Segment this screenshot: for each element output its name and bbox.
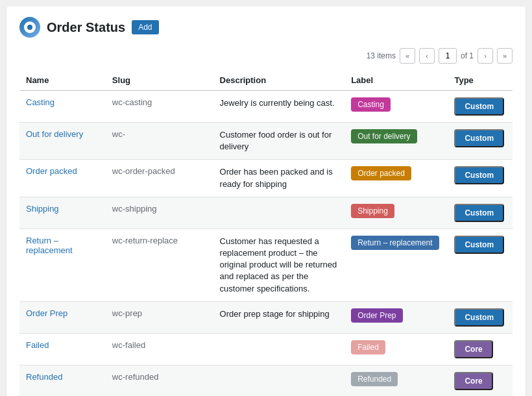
row-slug-cell: wc- <box>106 123 213 160</box>
page-number-input[interactable]: 1 <box>439 48 457 64</box>
row-slug-cell: wc-failed <box>106 333 213 365</box>
col-header-type: Type <box>448 70 513 91</box>
row-desc-cell <box>213 333 345 365</box>
row-name-cell: Refunded <box>19 365 106 396</box>
row-name-cell: Casting <box>19 91 106 123</box>
row-type-badge[interactable]: Custom <box>454 204 504 222</box>
row-name-link[interactable]: Order packed <box>26 166 77 176</box>
row-desc-cell: Order has been packed and is ready for s… <box>213 160 345 197</box>
row-type-cell: Custom <box>448 197 513 229</box>
row-name-cell: Order Prep <box>19 301 106 333</box>
next-last-button[interactable]: » <box>497 48 513 64</box>
table-row: Refunded wc-refunded Refunded Core <box>19 365 513 396</box>
row-name-link[interactable]: Out for delivery <box>26 129 83 139</box>
row-label-cell: Out for delivery <box>345 123 448 160</box>
app-icon <box>19 17 40 38</box>
row-desc-cell <box>213 365 345 396</box>
row-slug-cell: wc-shipping <box>106 197 213 229</box>
row-label-cell: Refunded <box>345 365 448 396</box>
row-type-badge[interactable]: Core <box>454 372 492 390</box>
row-type-badge[interactable]: Custom <box>454 97 504 116</box>
row-label-badge: Return – replacement <box>351 236 439 250</box>
row-name-link[interactable]: Shipping <box>26 204 59 214</box>
row-label-cell: Shipping <box>345 197 448 229</box>
page-title: Order Status <box>47 20 125 35</box>
app-icon-inner <box>24 21 36 33</box>
next-button[interactable]: › <box>478 48 493 64</box>
table-row: Failed wc-failed Failed Core <box>19 333 513 365</box>
table-row: Shipping wc-shipping Shipping Custom <box>19 197 513 229</box>
row-name-link[interactable]: Refunded <box>26 372 62 382</box>
table-row: Order Prep wc-prep Order prep stage for … <box>19 301 513 333</box>
row-desc-cell <box>213 197 345 229</box>
table-row: Out for delivery wc- Customer food order… <box>19 123 513 160</box>
row-type-cell: Custom <box>448 91 513 123</box>
table-row: Order packed wc-order-packed Order has b… <box>19 160 513 197</box>
row-type-cell: Custom <box>448 229 513 301</box>
row-type-badge[interactable]: Custom <box>454 129 504 147</box>
row-desc-cell: Customer food order is out for delivery <box>213 123 345 160</box>
row-label-badge: Order Prep <box>351 308 402 323</box>
row-label-badge: Casting <box>351 97 391 112</box>
row-label-cell: Failed <box>345 333 448 365</box>
items-count: 13 items <box>367 51 396 60</box>
row-type-cell: Custom <box>448 160 513 197</box>
row-label-badge: Failed <box>351 340 385 354</box>
row-name-cell: Shipping <box>19 197 106 229</box>
row-slug-cell: wc-order-packed <box>106 160 213 197</box>
row-name-link[interactable]: Return – replacement <box>26 236 73 255</box>
page-header: Order Status Add <box>19 17 513 38</box>
row-name-link[interactable]: Order Prep <box>26 308 67 318</box>
row-label-cell: Order Prep <box>345 301 448 333</box>
row-type-badge[interactable]: Custom <box>454 236 504 254</box>
row-label-cell: Casting <box>345 91 448 123</box>
row-slug-cell: wc-return-replace <box>106 229 213 301</box>
col-header-slug: Slug <box>106 70 213 91</box>
row-slug-cell: wc-refunded <box>106 365 213 396</box>
row-type-cell: Custom <box>448 123 513 160</box>
row-label-badge: Order packed <box>351 166 411 180</box>
row-type-badge[interactable]: Custom <box>454 166 504 184</box>
col-header-description: Description <box>213 70 345 91</box>
row-slug-cell: wc-casting <box>106 91 213 123</box>
row-label-cell: Return – replacement <box>345 229 448 301</box>
row-desc-cell: Jewelry is currently being cast. <box>213 91 345 123</box>
row-label-badge: Shipping <box>351 204 394 218</box>
row-desc-cell: Order prep stage for shipping <box>213 301 345 333</box>
row-slug-cell: wc-prep <box>106 301 213 333</box>
table-header: Name Slug Description Label Type <box>19 70 513 91</box>
row-type-badge[interactable]: Core <box>454 340 492 358</box>
row-label-badge: Out for delivery <box>351 129 417 143</box>
row-type-badge[interactable]: Custom <box>454 308 504 327</box>
row-name-cell: Failed <box>19 333 106 365</box>
prev-button[interactable]: ‹ <box>419 48 435 64</box>
row-type-cell: Custom <box>448 301 513 333</box>
orders-table: Name Slug Description Label Type Casting… <box>19 70 513 396</box>
table-body: Casting wc-casting Jewelry is currently … <box>19 91 513 397</box>
row-label-badge: Refunded <box>351 372 398 386</box>
row-name-cell: Order packed <box>19 160 106 197</box>
add-button[interactable]: Add <box>132 20 158 34</box>
prev-first-button[interactable]: « <box>400 48 415 64</box>
row-name-cell: Return – replacement <box>19 229 106 301</box>
row-name-link[interactable]: Failed <box>26 340 49 350</box>
col-header-label: Label <box>345 70 448 91</box>
table-row: Return – replacement wc-return-replace C… <box>19 229 513 301</box>
row-desc-cell: Customer has requested a replacement pro… <box>213 229 345 301</box>
row-type-cell: Core <box>448 365 513 396</box>
row-name-cell: Out for delivery <box>19 123 106 160</box>
col-header-name: Name <box>19 70 106 91</box>
row-label-cell: Order packed <box>345 160 448 197</box>
row-type-cell: Core <box>448 333 513 365</box>
row-name-link[interactable]: Casting <box>26 97 54 107</box>
table-row: Casting wc-casting Jewelry is currently … <box>19 91 513 123</box>
app-icon-dot <box>27 25 32 30</box>
pagination-bar: 13 items « ‹ 1 of 1 › » <box>19 48 513 64</box>
total-pages: of 1 <box>461 51 474 60</box>
